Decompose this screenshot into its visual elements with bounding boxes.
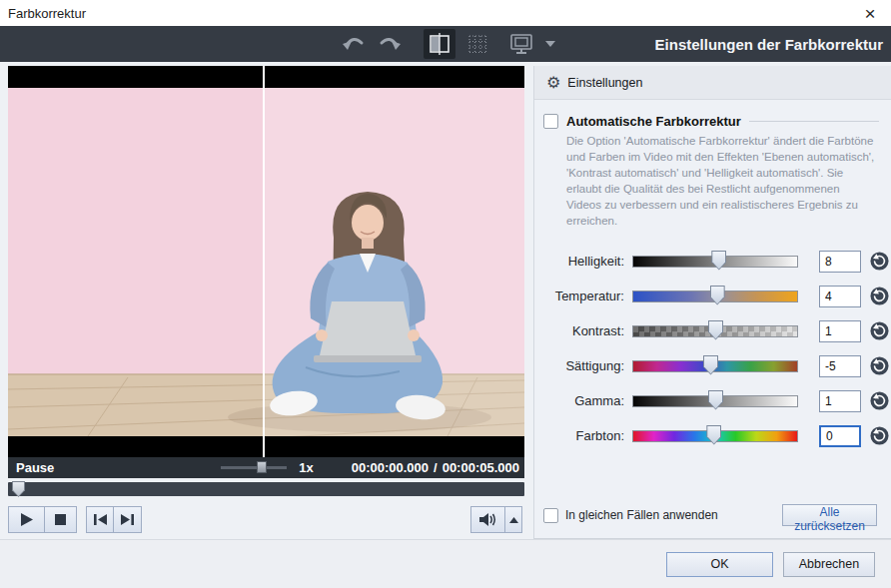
auto-correction-row: Automatische Farbkorrektur	[543, 114, 879, 129]
preview-column: Pause 1x 00:00:00.000 / 00:00:05.000	[8, 66, 524, 533]
auto-correction-description: Die Option 'Automatische Farbkorrektur' …	[566, 133, 877, 229]
seek-thumb[interactable]	[12, 481, 25, 497]
slider-row: Farbton:	[534, 418, 891, 453]
section-divider	[749, 121, 879, 122]
slider-label: Farbton:	[534, 428, 624, 443]
video-preview[interactable]	[8, 66, 524, 457]
toolbar-title: Einstellungen der Farbkorrektur	[655, 26, 883, 62]
slider-thumb[interactable]	[711, 251, 726, 271]
reset-circular-arrow-icon[interactable]	[870, 356, 889, 375]
auto-correction-checkbox[interactable]	[543, 114, 558, 129]
previous-frame-icon[interactable]	[86, 506, 114, 533]
slider-list: Helligkeit: Temperatur:	[534, 244, 891, 453]
speed-label: 1x	[299, 460, 313, 475]
slider-thumb[interactable]	[710, 286, 725, 305]
time-current: 00:00:00.000	[352, 460, 429, 475]
next-frame-icon[interactable]	[114, 506, 142, 533]
window-title: Farbkorrektur	[8, 6, 86, 21]
dialog-footer: OK Abbrechen	[0, 539, 891, 588]
speed-slider[interactable]	[221, 466, 287, 469]
reset-circular-arrow-icon[interactable]	[870, 321, 889, 340]
stop-icon[interactable]	[45, 506, 77, 533]
gear-icon: ⚙	[546, 75, 560, 91]
timecode: 00:00:00.000 / 00:00:05.000	[352, 460, 519, 475]
auto-correction-label: Automatische Farbkorrektur	[566, 114, 741, 129]
close-icon[interactable]: ×	[859, 2, 881, 24]
slider-track[interactable]	[632, 430, 798, 442]
slider-row: Sättigung:	[534, 348, 891, 383]
reset-all-button[interactable]: Alle zurücksetzen	[782, 504, 877, 526]
window-titlebar: Farbkorrektur ×	[0, 0, 891, 26]
slider-value-input[interactable]	[819, 390, 861, 412]
split-view-icon[interactable]	[424, 29, 455, 59]
speed-slider-thumb[interactable]	[257, 461, 267, 473]
pause-label: Pause	[16, 460, 54, 475]
apply-same-label: In gleichen Fällen anwenden	[565, 508, 718, 522]
slider-value-input[interactable]	[819, 425, 861, 447]
reset-circular-arrow-icon[interactable]	[870, 426, 889, 445]
slider-thumb[interactable]	[703, 355, 718, 375]
play-icon[interactable]	[8, 506, 45, 533]
panel-bottom-row: In gleichen Fällen anwenden Alle zurücks…	[543, 504, 877, 526]
slider-label: Helligkeit:	[534, 254, 624, 269]
dropdown-caret-icon[interactable]	[543, 29, 557, 59]
slider-value-input[interactable]	[819, 251, 861, 273]
slider-track[interactable]	[632, 291, 798, 302]
toolbar: Einstellungen der Farbkorrektur	[0, 26, 891, 62]
slider-value-input[interactable]	[819, 286, 861, 307]
volume-icon[interactable]	[470, 506, 505, 533]
slider-thumb[interactable]	[708, 390, 723, 410]
grid-icon[interactable]	[463, 29, 491, 59]
frame-step-group	[86, 506, 142, 533]
slider-label: Gamma:	[534, 393, 624, 408]
slider-label: Sättigung:	[534, 358, 624, 373]
monitor-icon[interactable]	[507, 29, 535, 59]
slider-row: Temperatur:	[534, 279, 891, 313]
transport-controls	[8, 506, 524, 533]
reset-circular-arrow-icon[interactable]	[870, 287, 889, 305]
settings-panel-header: ⚙ Einstellungen	[534, 66, 891, 100]
undo-icon[interactable]	[340, 29, 368, 59]
cancel-button[interactable]: Abbrechen	[783, 552, 875, 577]
slider-track[interactable]	[632, 395, 798, 407]
slider-label: Kontrast:	[534, 323, 624, 338]
apply-same-checkbox[interactable]	[543, 508, 558, 523]
volume-caret-icon[interactable]	[505, 506, 522, 533]
slider-thumb[interactable]	[708, 320, 723, 340]
slider-row: Kontrast:	[534, 313, 891, 348]
split-line[interactable]	[263, 66, 265, 457]
volume-group	[470, 506, 522, 533]
slider-track[interactable]	[632, 360, 798, 372]
slider-row: Gamma:	[534, 383, 891, 418]
settings-header-label: Einstellungen	[567, 76, 642, 90]
slider-label: Temperatur:	[534, 289, 624, 303]
slider-value-input[interactable]	[819, 355, 861, 377]
reset-circular-arrow-icon[interactable]	[870, 252, 889, 271]
corrected-half-overlay	[264, 88, 524, 436]
slider-track[interactable]	[632, 325, 798, 337]
redo-icon[interactable]	[376, 29, 404, 59]
seek-bar[interactable]	[8, 482, 524, 496]
playback-status-bar: Pause 1x 00:00:00.000 / 00:00:05.000	[8, 457, 524, 478]
settings-panel: ⚙ Einstellungen Automatische Farbkorrekt…	[533, 66, 891, 539]
reset-circular-arrow-icon[interactable]	[870, 391, 889, 410]
slider-value-input[interactable]	[819, 320, 861, 342]
slider-track[interactable]	[632, 256, 798, 268]
slider-thumb[interactable]	[706, 425, 721, 445]
video-frame-illustration	[8, 66, 524, 457]
ok-button[interactable]: OK	[666, 552, 773, 577]
slider-row: Helligkeit:	[534, 244, 891, 279]
time-total: 00:00:05.000	[443, 460, 519, 475]
time-separator: /	[434, 460, 438, 475]
play-stop-group	[8, 506, 77, 533]
toolbar-icon-group	[340, 26, 557, 62]
